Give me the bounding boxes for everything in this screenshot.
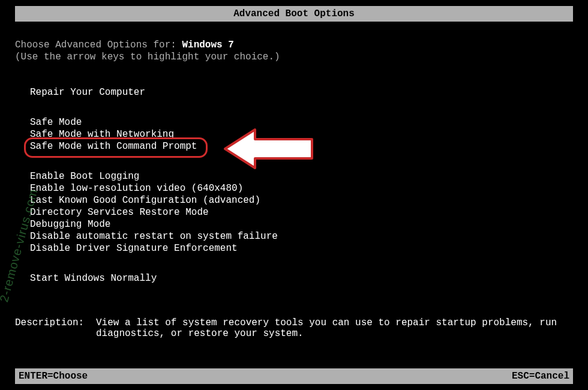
title-bar: Advanced Boot Options [15,6,573,22]
description-label: Description: [15,317,96,339]
highlighted-option[interactable]: Safe Mode with Command Prompt [30,141,197,152]
intro-line: Choose Advanced Options for: Windows 7 [15,40,573,50]
hint-text: (Use the arrow keys to highlight your ch… [15,52,573,62]
boot-option[interactable]: Safe Mode [30,116,573,128]
boot-option[interactable]: Last Known Good Configuration (advanced) [30,194,573,206]
description-text: View a list of system recovery tools you… [96,317,573,339]
group-separator [30,98,573,116]
boot-option[interactable]: Repair Your Computer [30,86,573,98]
options-list: Repair Your ComputerSafe ModeSafe Mode w… [30,86,573,284]
footer-esc: ESC=Cancel [512,371,569,382]
intro-prefix: Choose Advanced Options for: [15,40,182,50]
boot-option[interactable]: Safe Mode with Networking [30,128,573,140]
footer-bar: ENTER=Choose ESC=Cancel [0,368,588,384]
group-separator [30,254,573,272]
boot-option[interactable]: Disable Driver Signature Enforcement [30,242,573,254]
boot-option[interactable]: Start Windows Normally [30,272,573,284]
footer-enter: ENTER=Choose [19,371,88,382]
description-block: Description: View a list of system recov… [15,317,573,339]
boot-option[interactable]: Directory Services Restore Mode [30,206,573,218]
group-separator [30,152,573,170]
boot-option[interactable]: Safe Mode with Command Prompt [30,140,573,152]
os-name: Windows 7 [182,40,233,50]
boot-option[interactable]: Debugging Mode [30,218,573,230]
page-title: Advanced Boot Options [233,8,355,19]
boot-option-label: Safe Mode with Command Prompt [30,141,197,152]
boot-option[interactable]: Enable low-resolution video (640x480) [30,182,573,194]
boot-option[interactable]: Enable Boot Logging [30,170,573,182]
boot-option[interactable]: Disable automatic restart on system fail… [30,230,573,242]
